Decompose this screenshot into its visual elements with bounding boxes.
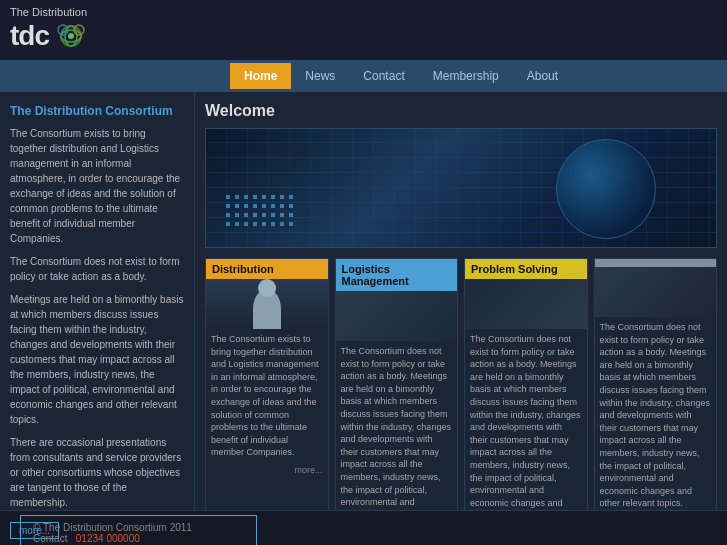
nav-membership[interactable]: Membership (419, 63, 513, 89)
nav-about[interactable]: About (513, 63, 572, 89)
nav-contact[interactable]: Contact (349, 63, 418, 89)
card-extra-header (595, 259, 717, 267)
hero-image (205, 128, 717, 248)
card-distribution-more[interactable]: more... (206, 463, 328, 479)
card-logistics-header: Logistics Management (336, 259, 458, 291)
cards-grid: Distribution The Consortium exists to br… (205, 258, 717, 510)
card-distribution-header: Distribution (206, 259, 328, 279)
card-extra-image (595, 267, 717, 317)
card-problem-solving: Problem Solving The Consortium does not … (464, 258, 588, 510)
footer-contact-label: Contact (33, 533, 67, 544)
svg-point-3 (68, 33, 74, 39)
card-extra-text: The Consortium does not exist to form po… (595, 317, 717, 510)
footer: © The Distribution Consortium 2011 Conta… (0, 510, 727, 545)
card-distribution-image (206, 279, 328, 329)
footer-phone: 01234 000000 (76, 533, 140, 544)
main-content: Welcome Distribution The Consortium exis… (195, 92, 727, 510)
logo-area: The Distribution tdc (10, 6, 190, 54)
sidebar-para3: Meetings are held on a bimonthly basis a… (10, 292, 184, 427)
site-title: The Distribution (10, 6, 190, 18)
card-problem-image (465, 279, 587, 329)
hero-globe (556, 139, 656, 239)
nav-news[interactable]: News (291, 63, 349, 89)
logo-main: tdc (10, 18, 190, 54)
main-layout: The Distribution Consortium The Consorti… (0, 92, 727, 510)
footer-contact-line: Contact 01234 000000 (33, 533, 244, 544)
sidebar-title: The Distribution Consortium (10, 104, 184, 118)
hero-dots (226, 195, 295, 237)
sidebar-para1: The Consortium exists to bring together … (10, 126, 184, 246)
sidebar-para2: The Consortium does not exist to form po… (10, 254, 184, 284)
main-nav: Home News Contact Membership About (0, 60, 727, 92)
header: The Distribution tdc (0, 0, 727, 60)
card-distribution-text: The Consortium exists to bring together … (206, 329, 328, 463)
logo-text: tdc (10, 20, 49, 52)
footer-box: © The Distribution Consortium 2011 Conta… (20, 515, 257, 546)
title-text: The Distribution (10, 6, 87, 18)
card-logistics-image (336, 291, 458, 341)
card-distribution: Distribution The Consortium exists to br… (205, 258, 329, 510)
nav-home[interactable]: Home (230, 63, 291, 89)
card-logistics: Logistics Management The Consortium does… (335, 258, 459, 510)
card-extra: The Consortium does not exist to form po… (594, 258, 718, 510)
card-problem-text: The Consortium does not exist to form po… (465, 329, 587, 510)
card-logistics-text: The Consortium does not exist to form po… (336, 341, 458, 510)
card-problem-header: Problem Solving (465, 259, 587, 279)
logo-icon (53, 18, 89, 54)
sidebar: The Distribution Consortium The Consorti… (0, 92, 195, 510)
sidebar-para4: There are occasional presentations from … (10, 435, 184, 510)
footer-copyright: © The Distribution Consortium 2011 (33, 522, 244, 533)
welcome-title: Welcome (205, 102, 717, 120)
footer-copyright-text: © The Distribution Consortium 2011 (33, 522, 192, 533)
